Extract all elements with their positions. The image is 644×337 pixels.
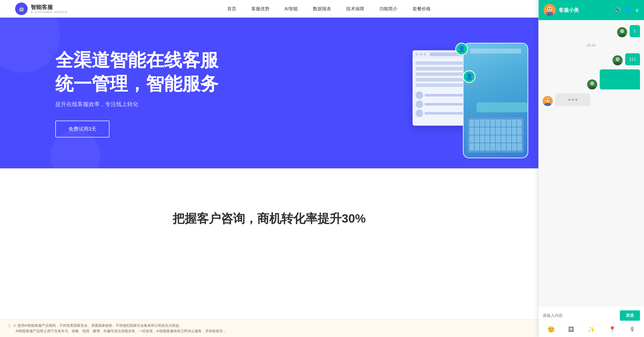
globe-icon[interactable]: 🌐 — [625, 7, 631, 13]
chat-input-area: 发送 🙂 🖼 ✨ 📍 🎙 — [539, 306, 644, 337]
svg-rect-7 — [619, 34, 626, 37]
agent-avatar-msg-image — [543, 96, 553, 106]
logo-main-text: 智能客服 — [31, 4, 67, 11]
message-bubble-2: 111 — [625, 53, 640, 65]
typing-dot-2 — [572, 99, 574, 101]
logo-sub-text: AI CUSTOMER SERVICE — [31, 11, 67, 14]
message-bubble-1: 1 — [630, 25, 640, 37]
svg-point-18 — [548, 99, 549, 100]
floating-avatar-1: 👤 — [455, 43, 468, 55]
key-39 — [512, 143, 516, 151]
typing-indicator — [555, 93, 590, 106]
svg-point-15 — [546, 98, 550, 102]
location-icon[interactable]: 📍 — [609, 326, 616, 333]
notice-bar: ⚠ ⚠ 使用AI智能客服产品期间，不得危害国家安全、泄露国家秘密，不得侵犯国家社… — [0, 319, 538, 337]
user-avatar-image-2 — [613, 55, 623, 65]
message-row-3 — [543, 69, 640, 89]
nav-item-pricing[interactable]: 套餐价格 — [413, 6, 431, 12]
floating-avatar-2: 👤 — [463, 70, 475, 83]
hero-section: 全渠道智能在线客服 统一管理，智能服务 提升在线客服效率，专注线上转化 免费试用… — [0, 18, 538, 168]
logo-icon: 🤖 — [15, 3, 28, 15]
notice-line-2: AI智能客服产品禁止用于含有木马、病毒、色情、赌博、诈骗等违法违规业务。一经发现… — [8, 329, 531, 333]
hero-content: 全渠道智能在线客服 统一管理，智能服务 提升在线客服效率，专注线上转化 免费试用… — [0, 49, 538, 137]
time-divider: 20:42 — [543, 43, 640, 47]
nav-item-report[interactable]: 数据报表 — [313, 6, 331, 12]
logo-area: 🤖 智能客服 AI CUSTOMER SERVICE — [15, 3, 67, 15]
notice-text-2: AI智能客服产品禁止用于含有木马、病毒、色情、赌博、诈骗等违法违规业务。一经发现… — [16, 329, 226, 333]
typing-dot-3 — [575, 99, 577, 101]
send-button[interactable]: 发送 — [620, 310, 640, 321]
chevron-down-icon[interactable]: ∨ — [635, 7, 639, 13]
message-row-1: 1 — [543, 25, 640, 37]
hero-title-line2: 统一管理，智能服务 — [55, 74, 218, 94]
user-avatar-image-3 — [587, 79, 597, 89]
message-block-3 — [600, 69, 640, 89]
image-icon[interactable]: 🖼 — [568, 326, 574, 333]
agent-name: 客服小美 — [559, 7, 612, 14]
message-row-4 — [543, 93, 640, 106]
volume-icon[interactable]: 🔊 — [615, 7, 621, 13]
key-31 — [469, 143, 474, 151]
nav-item-tech[interactable]: 技术保障 — [346, 6, 364, 12]
svg-rect-10 — [614, 62, 621, 65]
emoji-icon[interactable]: 🙂 — [547, 326, 555, 333]
key-35 — [491, 143, 495, 151]
voice-icon[interactable]: 🎙 — [629, 326, 635, 333]
nav-item-feature[interactable]: 功能简介 — [379, 6, 397, 12]
user-avatar-image — [617, 27, 627, 37]
animation-icon[interactable]: ✨ — [588, 326, 595, 333]
key-34 — [485, 143, 490, 151]
chat-widget: 客服小美 🔊 🌐 ∨ 1 20:42 111 — [538, 0, 644, 337]
key-36 — [496, 143, 500, 151]
chat-input-field[interactable] — [543, 313, 617, 318]
nav-item-home[interactable]: 首页 — [227, 6, 236, 12]
svg-point-1 — [547, 7, 552, 12]
hero-subtitle: 提升在线客服效率，专注线上转化 — [55, 101, 538, 108]
notice-icon: ⚠ — [8, 323, 11, 328]
svg-point-6 — [620, 29, 624, 33]
user-avatar-1 — [617, 27, 627, 37]
chat-input-row: 发送 — [543, 310, 640, 321]
notice-line-1: ⚠ ⚠ 使用AI智能客服产品期间，不得危害国家安全、泄露国家秘密，不得侵犯国家社… — [8, 323, 531, 328]
agent-avatar — [544, 4, 556, 16]
svg-point-12 — [590, 81, 594, 85]
trial-button[interactable]: 免费试用3天 — [55, 121, 109, 137]
agent-avatar-msg — [543, 96, 553, 106]
key-40 — [517, 143, 522, 151]
hero-title-line1: 全渠道智能在线客服 — [55, 50, 218, 70]
chat-header-controls: 🔊 🌐 ∨ — [615, 7, 639, 13]
key-32 — [475, 143, 479, 151]
nav-item-ai[interactable]: AI智能 — [285, 6, 298, 12]
svg-rect-2 — [546, 12, 553, 16]
chat-toolbar: 🙂 🖼 ✨ 📍 🎙 — [543, 324, 640, 335]
notice-text-1: ⚠ 使用AI智能客服产品期间，不得危害国家安全、泄露国家秘密，不得侵犯国家社会集… — [13, 323, 183, 328]
svg-point-4 — [550, 8, 551, 9]
svg-point-17 — [546, 99, 547, 100]
chat-messages-area[interactable]: 1 20:42 111 — [539, 20, 644, 306]
user-avatar-3 — [587, 79, 597, 89]
message-row-2: 111 — [543, 53, 640, 65]
main-nav: 首页 客服优势 AI智能 数据报表 技术保障 功能简介 套餐价格 — [227, 6, 431, 12]
typing-dot-1 — [568, 99, 570, 101]
key-37 — [501, 143, 506, 151]
key-33 — [480, 143, 485, 151]
agent-avatar-image — [544, 4, 556, 16]
logo-text: 智能客服 AI CUSTOMER SERVICE — [31, 4, 67, 14]
key-38 — [507, 143, 511, 151]
user-avatar-2 — [613, 55, 623, 65]
svg-rect-16 — [544, 103, 551, 106]
section2-title: 把握客户咨询，商机转化率提升30% — [173, 211, 366, 227]
svg-point-3 — [548, 8, 549, 9]
nav-item-advantage[interactable]: 客服优势 — [251, 6, 269, 12]
section2: 把握客户咨询，商机转化率提升30% — [0, 168, 538, 269]
svg-point-9 — [616, 57, 620, 61]
svg-rect-13 — [589, 86, 596, 89]
chat-header: 客服小美 🔊 🌐 ∨ — [539, 0, 644, 20]
